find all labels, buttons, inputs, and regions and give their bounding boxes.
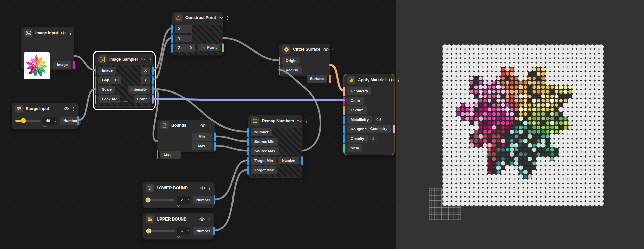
port-source-min-in[interactable]: [247, 138, 249, 146]
port-list-in[interactable]: [157, 150, 158, 159]
kebab-menu-icon[interactable]: ⋮: [208, 186, 212, 191]
node-header[interactable]: Circle Surface ⋮: [279, 44, 330, 55]
node-upper-bound[interactable]: UPPER BOUND ⋮ 6 ▴▾ Number: [142, 213, 214, 240]
expand-chevron-icon[interactable]: [143, 204, 215, 207]
range-slider[interactable]: [15, 120, 40, 122]
node-header[interactable]: Apply Material ⋮: [344, 74, 394, 86]
kebab-menu-icon[interactable]: ⋮: [397, 78, 400, 83]
node-apply-material[interactable]: Apply Material ⋮ Geometry Color Texture …: [344, 74, 394, 155]
visibility-eye-icon[interactable]: [61, 31, 66, 35]
render-viewport[interactable]: [396, 0, 644, 249]
node-image-input[interactable]: Image Input ⋮ Image: [21, 27, 74, 70]
visibility-eye-icon[interactable]: [200, 123, 206, 127]
port-gap-in[interactable]: [95, 76, 96, 85]
port-metallicity-in[interactable]: [343, 116, 345, 124]
port-z-in[interactable]: [171, 44, 173, 53]
number-input[interactable]: 2 ▴▾: [177, 196, 190, 204]
input-gap[interactable]: Gap10: [98, 76, 121, 84]
port-min-out[interactable]: [214, 132, 216, 141]
node-lower-bound[interactable]: LOWER BOUND ⋮ 2 ▴▾ Number: [142, 182, 215, 208]
port-max-out[interactable]: [214, 142, 216, 151]
port-scale-in[interactable]: [95, 85, 96, 94]
port-lockar-in[interactable]: [95, 95, 96, 104]
app-window: Image Input ⋮ Image Range Input ⋮: [0, 0, 644, 249]
port-image-out[interactable]: [73, 61, 75, 69]
port-color-out[interactable]: [152, 95, 154, 104]
port-image-in[interactable]: [95, 66, 96, 75]
visibility-eye-icon[interactable]: [199, 217, 205, 221]
node-construct-point[interactable]: XYZ Construct Point ⋮ X Y Z0 Point: [171, 12, 223, 56]
number-value[interactable]: 2: [177, 198, 186, 202]
node-header[interactable]: Image Sampler ⋮: [95, 54, 153, 65]
port-roughness-in[interactable]: [343, 125, 345, 134]
port-number-out[interactable]: [77, 116, 79, 125]
input-z[interactable]: Z0: [175, 44, 195, 52]
wave-icon: [219, 16, 223, 19]
node-header[interactable]: XYZ Construct Point ⋮: [172, 12, 223, 23]
node-header[interactable]: LOWER BOUND ⋮: [143, 182, 215, 194]
node-circle-surface[interactable]: Circle Surface ⋮ Origin Radius Surface: [279, 43, 330, 77]
visibility-eye-icon[interactable]: [323, 47, 329, 51]
spinner[interactable]: ▴▾: [186, 198, 190, 202]
port-intensity-out[interactable]: [152, 85, 154, 94]
lock-ar-checkbox[interactable]: [123, 97, 128, 102]
port-number-out[interactable]: [213, 227, 215, 235]
port-target-max-in[interactable]: [247, 166, 249, 175]
number-value[interactable]: 6: [177, 229, 186, 233]
node-bounds[interactable]: minmax Bounds ⋮ Min Max List: [157, 119, 215, 152]
kebab-menu-icon[interactable]: ⋮: [208, 123, 212, 128]
lower-bound-slider[interactable]: [147, 199, 175, 201]
kebab-menu-icon[interactable]: ⋮: [69, 30, 72, 36]
kebab-menu-icon[interactable]: ⋮: [331, 47, 335, 52]
upper-bound-slider[interactable]: [147, 230, 175, 232]
port-point-out[interactable]: [222, 43, 224, 52]
port-number-in[interactable]: [247, 128, 249, 137]
port-surface-out[interactable]: [329, 75, 331, 83]
visibility-eye-icon[interactable]: [200, 186, 205, 190]
port-origin-in[interactable]: [279, 57, 280, 65]
number-input[interactable]: 6 ▴▾: [177, 227, 190, 235]
node-header[interactable]: minmax Bounds ⋮: [157, 120, 215, 131]
visibility-eye-icon[interactable]: [64, 107, 69, 111]
kebab-menu-icon[interactable]: ⋮: [226, 15, 229, 20]
input-geometry: Geometry: [347, 87, 371, 95]
port-y-out[interactable]: [152, 76, 154, 85]
port-x-out[interactable]: [152, 66, 154, 75]
kebab-menu-icon[interactable]: ⋮: [72, 106, 75, 111]
port-number-out[interactable]: [214, 195, 215, 204]
port-target-min-in[interactable]: [247, 157, 249, 165]
node-remap-numbers[interactable]: Remap Numbers ⋮ Number Source Min Source…: [248, 115, 303, 178]
port-geometry-out[interactable]: [393, 125, 395, 133]
number-value[interactable]: 40: [43, 119, 53, 123]
port-opacity-in[interactable]: [343, 134, 345, 143]
port-source-max-in[interactable]: [247, 147, 249, 156]
node-header[interactable]: Remap Numbers ⋮: [248, 115, 302, 127]
node-header[interactable]: Image Input ⋮: [21, 27, 74, 39]
circle-surface-icon: [282, 45, 290, 54]
port-color-in[interactable]: [343, 97, 345, 105]
port-number-out[interactable]: [301, 156, 303, 165]
port-geometry-in[interactable]: [343, 87, 345, 96]
kebab-menu-icon[interactable]: ⋮: [304, 119, 308, 124]
kebab-menu-icon[interactable]: ⋮: [207, 217, 211, 222]
node-image-sampler[interactable]: Image Sampler ⋮ Image Gap10 Scale Lock A…: [95, 53, 153, 108]
node-range-input[interactable]: Range Input ⋮ 40 ▴▾ Number: [12, 103, 79, 129]
kebab-menu-icon[interactable]: ⋮: [148, 57, 152, 62]
node-header[interactable]: UPPER BOUND ⋮: [143, 213, 214, 225]
port-y-in[interactable]: [171, 34, 173, 43]
expand-chevron-icon[interactable]: [12, 125, 78, 128]
port-texture-in[interactable]: [343, 106, 345, 115]
number-input[interactable]: 40 ▴▾: [43, 117, 57, 125]
spinner[interactable]: ▴▾: [186, 229, 190, 233]
opacity-value[interactable]: 1: [369, 135, 377, 143]
input-target-min: Target Min: [251, 157, 276, 165]
expand-chevron-icon[interactable]: [143, 235, 214, 238]
node-header[interactable]: Range Input ⋮: [12, 103, 78, 115]
port-x-in[interactable]: [171, 25, 173, 34]
visibility-eye-icon[interactable]: [388, 78, 394, 82]
port-meta-in[interactable]: [343, 144, 345, 153]
input-metallicity: Metallicity: [347, 116, 372, 124]
metallicity-value[interactable]: 0.5: [374, 116, 384, 124]
spinner[interactable]: ▴▾: [53, 119, 57, 123]
port-radius-in[interactable]: [279, 66, 280, 75]
